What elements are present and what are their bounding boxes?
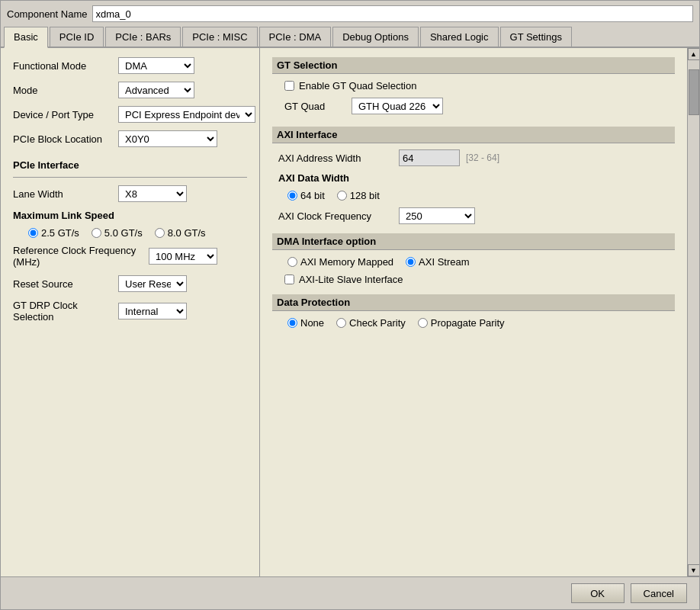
pcie-block-location-row: PCIe Block Location X0Y0 X0Y1 X1Y0 [13, 130, 247, 147]
speed-5-0-label: 5.0 GT/s [104, 227, 143, 239]
speed-8-0-option[interactable]: 8.0 GT/s [155, 227, 206, 239]
bottom-bar: OK Cancel [1, 576, 699, 609]
axi-data-width-group: 64 bit 128 bit [287, 190, 675, 201]
lane-width-select[interactable]: X1 X2 X4 X8 X16 [118, 185, 187, 202]
protection-propagate-parity-radio[interactable] [418, 318, 428, 328]
content-wrapper: Functional Mode DMA AXI Bridge AXI Lite … [1, 48, 699, 576]
axi-memory-mapped-radio[interactable] [287, 257, 297, 267]
speed-2-5-label: 2.5 GT/s [41, 227, 79, 239]
tab-shared-logic[interactable]: Shared Logic [420, 27, 499, 47]
axi-stream-label: AXI Stream [419, 256, 469, 268]
pcie-block-location-select[interactable]: X0Y0 X0Y1 X1Y0 [118, 130, 217, 147]
component-name-row: Component Name [1, 1, 699, 27]
dma-interface-group: AXI Memory Mapped AXI Stream [287, 256, 675, 268]
axi-clock-freq-row: AXI Clock Frequency 125 250 500 [278, 207, 675, 224]
speed-2-5-option[interactable]: 2.5 GT/s [28, 227, 79, 239]
functional-mode-select[interactable]: DMA AXI Bridge AXI Lite [118, 57, 194, 74]
scrollbar-track[interactable] [689, 62, 699, 563]
scrollbar-up-btn[interactable]: ▲ [688, 48, 700, 60]
scrollbar-thumb[interactable] [689, 69, 699, 115]
left-panel: Functional Mode DMA AXI Bridge AXI Lite … [1, 48, 260, 576]
dma-interface-header: DMA Interface option [272, 233, 675, 250]
main-window: Component Name Basic PCIe ID PCIe : BARs… [0, 0, 700, 610]
enable-gt-quad-checkbox[interactable] [284, 81, 294, 91]
ref-clock-select[interactable]: 100 MHz 250 MHz [149, 248, 217, 265]
axi-lite-slave-label: AXI-Lite Slave Interface [299, 274, 403, 285]
ok-button[interactable]: OK [571, 583, 625, 603]
tab-pcie-bars[interactable]: PCIe : BARs [105, 27, 181, 47]
protection-check-parity-label: Check Parity [349, 317, 406, 329]
gt-quad-row: GT Quad GTH Quad 226 GTH Quad 227 GTH Qu… [284, 98, 675, 114]
axi-address-width-range: [32 - 64] [466, 152, 499, 163]
pcie-block-location-label: PCIe Block Location [13, 133, 112, 145]
data-width-64-option[interactable]: 64 bit [287, 190, 325, 201]
cancel-button[interactable]: Cancel [631, 583, 687, 603]
axi-address-width-input[interactable] [399, 149, 460, 166]
mode-select[interactable]: Basic Advanced [118, 82, 194, 98]
reset-source-select[interactable]: User Reset External [118, 275, 187, 292]
data-protection-group: None Check Parity Propagate Parity [287, 317, 675, 329]
protection-none-label: None [300, 317, 324, 329]
axi-stream-option[interactable]: AXI Stream [406, 256, 469, 268]
tab-debug-options[interactable]: Debug Options [332, 27, 419, 47]
max-link-speed-label: Maximum Link Speed [13, 210, 247, 221]
scrollbar[interactable]: ▲ ▼ [687, 48, 699, 576]
tabs-row: Basic PCIe ID PCIe : BARs PCIe : MISC PC… [1, 27, 699, 48]
axi-interface-section: AXI Interface AXI Address Width [32 - 64… [272, 127, 675, 224]
ref-clock-row: Reference Clock Frequency (MHz) 100 MHz … [13, 245, 247, 268]
speed-8-0-radio[interactable] [155, 228, 165, 238]
tab-basic[interactable]: Basic [4, 27, 48, 48]
tab-pcie-dma[interactable]: PCIe : DMA [259, 27, 332, 47]
protection-none-option[interactable]: None [287, 317, 324, 329]
ref-clock-label: Reference Clock Frequency (MHz) [13, 245, 143, 268]
data-width-128-label: 128 bit [350, 190, 380, 201]
tab-gt-settings[interactable]: GT Settings [500, 27, 572, 47]
gt-quad-label: GT Quad [284, 101, 345, 112]
protection-check-parity-option[interactable]: Check Parity [336, 317, 406, 329]
axi-stream-radio[interactable] [406, 257, 416, 267]
data-protection-section: Data Protection None Check Parity Pro [272, 294, 675, 329]
axi-lite-slave-checkbox[interactable] [284, 274, 294, 284]
lane-width-label: Lane Width [13, 188, 112, 200]
axi-address-width-row: AXI Address Width [32 - 64] [278, 149, 675, 166]
device-port-type-row: Device / Port Type PCI Express Endpoint … [13, 106, 247, 123]
right-panel: GT Selection Enable GT Quad Selection GT… [260, 48, 687, 576]
protection-none-radio[interactable] [287, 318, 297, 328]
data-width-128-radio[interactable] [337, 191, 347, 201]
protection-propagate-parity-label: Propagate Parity [431, 317, 505, 329]
tab-pcie-id[interactable]: PCIe ID [50, 27, 104, 47]
device-port-type-select[interactable]: PCI Express Endpoint device Root Port of… [118, 106, 255, 123]
pcie-interface-title: PCIe Interface [13, 159, 247, 171]
axi-clock-freq-label: AXI Clock Frequency [278, 210, 393, 222]
scrollbar-down-btn[interactable]: ▼ [688, 564, 700, 576]
dma-interface-section: DMA Interface option AXI Memory Mapped A… [272, 233, 675, 285]
axi-memory-mapped-option[interactable]: AXI Memory Mapped [287, 256, 393, 268]
lane-width-row: Lane Width X1 X2 X4 X8 X16 [13, 185, 247, 202]
enable-gt-quad-label: Enable GT Quad Selection [299, 80, 416, 92]
axi-lite-slave-item[interactable]: AXI-Lite Slave Interface [284, 274, 675, 285]
device-port-type-label: Device / Port Type [13, 109, 112, 120]
gt-selection-header: GT Selection [272, 57, 675, 74]
gt-quad-select[interactable]: GTH Quad 226 GTH Quad 227 GTH Quad 228 [352, 98, 443, 114]
gt-drp-clock-select[interactable]: Internal External [118, 303, 187, 319]
protection-propagate-parity-option[interactable]: Propagate Parity [418, 317, 505, 329]
component-name-input[interactable] [92, 5, 694, 22]
protection-check-parity-radio[interactable] [336, 318, 346, 328]
axi-clock-freq-select[interactable]: 125 250 500 [399, 207, 475, 224]
enable-gt-quad-item[interactable]: Enable GT Quad Selection [284, 80, 675, 92]
speed-5-0-option[interactable]: 5.0 GT/s [92, 227, 143, 239]
speed-8-0-label: 8.0 GT/s [168, 227, 206, 239]
component-name-label: Component Name [7, 8, 88, 20]
gt-selection-section: GT Selection Enable GT Quad Selection GT… [272, 57, 675, 114]
speed-5-0-radio[interactable] [92, 228, 101, 238]
mode-row: Mode Basic Advanced [13, 82, 247, 98]
data-width-128-option[interactable]: 128 bit [337, 190, 380, 201]
data-width-64-radio[interactable] [287, 191, 297, 201]
data-width-64-label: 64 bit [300, 190, 325, 201]
axi-memory-mapped-label: AXI Memory Mapped [300, 256, 393, 268]
functional-mode-label: Functional Mode [13, 60, 112, 72]
speed-2-5-radio[interactable] [28, 228, 38, 238]
reset-source-label: Reset Source [13, 278, 112, 290]
tab-pcie-misc[interactable]: PCIe : MISC [182, 27, 257, 47]
mode-label: Mode [13, 85, 112, 96]
